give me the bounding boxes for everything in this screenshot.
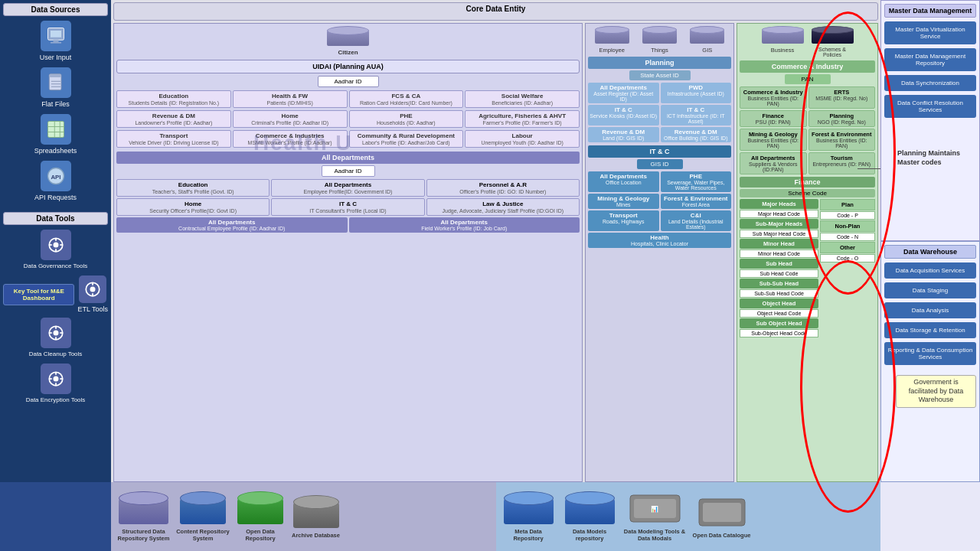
data-storage[interactable]: Data Storage & Retention bbox=[884, 322, 976, 338]
flat-files-label: Flat Files bbox=[41, 100, 70, 108]
transport-box: Transport Vehicle Driver (ID: Driving Li… bbox=[116, 130, 231, 148]
archive-db: Archive Database bbox=[291, 495, 341, 539]
schemes-cyl: Schemes &Policies bbox=[812, 26, 854, 57]
svg-rect-9 bbox=[47, 122, 64, 138]
svg-rect-2 bbox=[53, 40, 58, 42]
etl-tools-item[interactable]: ETL Tools bbox=[77, 276, 108, 313]
svg-point-23 bbox=[90, 287, 96, 292]
home-box: Home Criminal's Profile (ID: Aadhar ID) bbox=[233, 110, 348, 128]
governance-tools-item[interactable]: Data Governance Tools bbox=[3, 230, 108, 269]
modeling-tools-label: Data Modeling Tools & Data Modals bbox=[622, 528, 688, 542]
commerce-column: Business Schemes &Policies Commerce & In… bbox=[737, 23, 878, 482]
etl-label: ETL Tools bbox=[77, 305, 108, 313]
data-models-label: Data Models repository bbox=[561, 528, 619, 542]
business-label: Business bbox=[771, 47, 794, 54]
major-heads: Major Heads bbox=[740, 199, 818, 209]
tourism-entrepreneurs: Tourism Entrepreneurs (ID: PAN) bbox=[808, 152, 876, 174]
sub-major-heads: Sub-Major Heads bbox=[740, 219, 818, 229]
encryption-tools-item[interactable]: Data Encryption Tools bbox=[3, 364, 108, 403]
content-repo-label: Content Repository System bbox=[176, 528, 230, 542]
mdm-title: Master Data Management bbox=[884, 4, 976, 18]
flat-files-icon bbox=[41, 67, 71, 98]
meta-repo-label: Meta Data Repository bbox=[500, 528, 557, 542]
main-columns: Citizen UIDAI (Planning AUA) Aadhar ID E… bbox=[111, 23, 880, 482]
mdm-repository[interactable]: Master Data Management Repository bbox=[884, 48, 976, 71]
gis-label: GIS bbox=[702, 47, 712, 54]
itc-consultant: IT & C IT Consultant's Profile (Local ID… bbox=[271, 198, 424, 216]
flat-files-item[interactable]: Flat Files bbox=[3, 67, 108, 108]
fcs-ca-box: FCS & CA Ration Card Holders(ID: Card Nu… bbox=[349, 90, 464, 108]
aadhar-id-2: Aadhar ID bbox=[322, 165, 375, 177]
employee-cyl: Employee bbox=[595, 26, 629, 54]
code-n: Code - N bbox=[820, 233, 875, 241]
sub-head-code: Sub Head Code bbox=[740, 269, 818, 278]
governance-icon bbox=[41, 230, 71, 260]
planning-ngo: Planning NGO (ID: Regd. No) bbox=[808, 110, 876, 127]
employee-label: Employee bbox=[599, 47, 624, 54]
structured-repo-label: Structured Data Repository System bbox=[115, 528, 172, 542]
commerce-header: Commerce & Industry bbox=[740, 60, 875, 73]
data-staging[interactable]: Data Staging bbox=[884, 282, 976, 298]
spreadsheets-item[interactable]: Spreadsheets bbox=[3, 114, 108, 155]
all-dept-field: All Departments Field Worker's Profile (… bbox=[349, 217, 580, 233]
mining-mines: Mining & Geology Mines bbox=[588, 194, 659, 209]
mdm-connector-line bbox=[858, 168, 880, 169]
encryption-label: Data Encryption Tools bbox=[26, 396, 86, 403]
data-models-repo: Data Models repository bbox=[561, 491, 619, 542]
sub-object-head: Sub Object Head bbox=[740, 318, 818, 328]
data-conflict[interactable]: Data Conflict Resolution Services bbox=[884, 95, 976, 118]
object-head-code: Object Head Code bbox=[740, 309, 818, 318]
dw-title: Data Warehouse bbox=[884, 245, 976, 259]
rev-dm-office: Revenue & DM Office Building (ID: GIS ID… bbox=[661, 127, 732, 142]
open-data-repo: Open Data Repository bbox=[234, 491, 287, 542]
citizen-cylinder: Citizen bbox=[327, 26, 369, 56]
education-lower: Education Teacher's, Staff's Profile (Go… bbox=[116, 179, 270, 197]
mining-business: Mining & Geology Business Entities (ID: … bbox=[740, 129, 807, 151]
home-security: Home Security Officer's Profile(ID: Govt… bbox=[116, 198, 270, 216]
business-cyl: Business bbox=[762, 26, 804, 57]
things-label: Things bbox=[651, 47, 668, 54]
uidai-box: UIDAI (Planning AUA) bbox=[116, 60, 580, 73]
scheme-code-label: Scheme Code bbox=[740, 189, 875, 197]
code-p: Code - P bbox=[820, 211, 875, 220]
dw-bottom bbox=[880, 482, 980, 551]
minor-head-code: Minor Head Code bbox=[740, 249, 818, 258]
comm-ind-1: Commerce & Industry Business Entities (I… bbox=[740, 86, 807, 109]
data-sync[interactable]: Data Synchronization bbox=[884, 75, 976, 91]
sub-sub-head: Sub-Sub Head bbox=[740, 279, 818, 289]
data-analysis[interactable]: Data Analysis bbox=[884, 302, 976, 318]
user-input-label: User Input bbox=[40, 54, 72, 61]
svg-text:📊: 📊 bbox=[651, 505, 658, 513]
ci-land: C&I Land Details (Industrial Estates) bbox=[661, 210, 732, 231]
open-data-catalogue: Open Data Catalogue bbox=[691, 495, 753, 539]
archive-db-label: Archive Database bbox=[292, 532, 340, 539]
agri-box: Agriculture, Fisheries & AHVT Farmer's P… bbox=[465, 110, 580, 128]
planning-header: Planning bbox=[588, 57, 731, 69]
left-repos: Structured Data Repository System Conten… bbox=[111, 482, 496, 551]
svg-rect-1 bbox=[51, 31, 61, 37]
api-requests-icon: API bbox=[41, 161, 71, 191]
sub-head: Sub Head bbox=[740, 259, 818, 269]
phe-box: PHE Households (ID: Aadhar) bbox=[349, 110, 464, 128]
itc-gis-header: IT & C bbox=[588, 145, 731, 158]
dw-panel: Data Warehouse Data Acquisition Services… bbox=[880, 241, 980, 482]
cleanup-tools-item[interactable]: Data Cleanup Tools bbox=[3, 318, 108, 357]
user-input-item[interactable]: User Input bbox=[3, 21, 108, 61]
api-requests-item[interactable]: API API Requests bbox=[3, 161, 108, 201]
user-input-icon bbox=[41, 21, 71, 51]
left-sidebar: Data Sources User Input bbox=[0, 0, 111, 482]
section-headers: Core Data Entity bbox=[111, 0, 880, 23]
api-requests-label: API Requests bbox=[34, 194, 77, 201]
mdm-virtualization[interactable]: Master Data Virtualization Service bbox=[884, 21, 976, 44]
phe-water: PHE Sewerage, Water Pipes, Water Resourc… bbox=[661, 171, 732, 192]
transport-roads: Transport Roads, Highways bbox=[588, 210, 659, 231]
gis-cyl: GIS bbox=[690, 26, 724, 54]
svg-text:API: API bbox=[51, 174, 60, 181]
reporting-services[interactable]: Reporting & Data Consumption Services bbox=[884, 342, 976, 365]
data-acquisition[interactable]: Data Acquisition Services bbox=[884, 262, 976, 279]
finance-scheme-header: Finance bbox=[740, 177, 875, 187]
open-catalogue-label: Open Data Catalogue bbox=[693, 532, 751, 539]
things-column: Employee Things bbox=[585, 23, 734, 482]
itc-service-kiosks: IT & C Service Kiosks (ID:Asset ID) bbox=[588, 105, 659, 126]
top-section: Data Sources User Input bbox=[0, 0, 980, 482]
